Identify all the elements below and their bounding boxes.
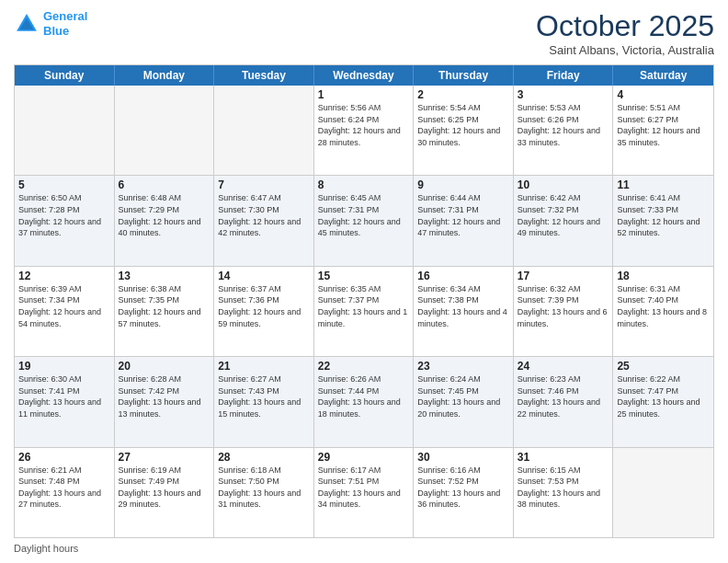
day-cell-15: 15Sunrise: 6:35 AM Sunset: 7:37 PM Dayli… bbox=[314, 267, 415, 356]
day-info: Sunrise: 6:34 AM Sunset: 7:38 PM Dayligh… bbox=[417, 283, 509, 329]
day-info: Sunrise: 6:15 AM Sunset: 7:53 PM Dayligh… bbox=[518, 465, 609, 511]
day-number: 26 bbox=[18, 451, 110, 464]
day-info: Sunrise: 6:26 AM Sunset: 7:44 PM Dayligh… bbox=[318, 373, 410, 419]
day-cell-24: 24Sunrise: 6:23 AM Sunset: 7:46 PM Dayli… bbox=[514, 357, 614, 446]
logo: General Blue bbox=[14, 9, 87, 38]
day-info: Sunrise: 6:17 AM Sunset: 7:51 PM Dayligh… bbox=[318, 465, 410, 511]
footer: Daylight hours bbox=[14, 543, 714, 554]
day-number: 13 bbox=[119, 270, 210, 282]
logo-general: General bbox=[43, 9, 87, 23]
day-header-sunday: Sunday bbox=[15, 65, 115, 86]
day-cell-12: 12Sunrise: 6:39 AM Sunset: 7:34 PM Dayli… bbox=[15, 267, 115, 356]
week-row-1: 1Sunrise: 5:56 AM Sunset: 6:24 PM Daylig… bbox=[15, 86, 713, 175]
week-row-3: 12Sunrise: 6:39 AM Sunset: 7:34 PM Dayli… bbox=[15, 266, 713, 356]
day-cell-11: 11Sunrise: 6:41 AM Sunset: 7:33 PM Dayli… bbox=[613, 176, 713, 265]
day-cell-2: 2Sunrise: 5:54 AM Sunset: 6:25 PM Daylig… bbox=[414, 86, 514, 175]
day-cell-22: 22Sunrise: 6:26 AM Sunset: 7:44 PM Dayli… bbox=[314, 357, 415, 446]
week-row-5: 26Sunrise: 6:21 AM Sunset: 7:48 PM Dayli… bbox=[15, 447, 713, 537]
day-cell-empty bbox=[15, 86, 115, 175]
day-info: Sunrise: 5:53 AM Sunset: 6:26 PM Dayligh… bbox=[518, 102, 609, 148]
weeks: 1Sunrise: 5:56 AM Sunset: 6:24 PM Daylig… bbox=[15, 86, 713, 537]
day-info: Sunrise: 6:39 AM Sunset: 7:34 PM Dayligh… bbox=[18, 283, 110, 329]
day-info: Sunrise: 6:23 AM Sunset: 7:46 PM Dayligh… bbox=[518, 373, 609, 419]
day-info: Sunrise: 6:42 AM Sunset: 7:32 PM Dayligh… bbox=[518, 192, 609, 238]
day-info: Sunrise: 5:54 AM Sunset: 6:25 PM Dayligh… bbox=[417, 102, 509, 148]
day-number: 17 bbox=[518, 270, 609, 282]
day-number: 11 bbox=[617, 178, 710, 191]
day-cell-empty bbox=[115, 86, 215, 175]
day-number: 24 bbox=[518, 360, 609, 373]
day-number: 18 bbox=[617, 270, 710, 282]
day-number: 9 bbox=[417, 178, 509, 191]
day-info: Sunrise: 6:24 AM Sunset: 7:45 PM Dayligh… bbox=[417, 373, 509, 419]
day-header-thursday: Thursday bbox=[414, 65, 514, 86]
week-row-2: 5Sunrise: 6:50 AM Sunset: 7:28 PM Daylig… bbox=[15, 175, 713, 265]
day-number: 5 bbox=[18, 178, 110, 191]
day-number: 29 bbox=[318, 451, 410, 464]
day-number: 6 bbox=[119, 178, 210, 191]
logo-text: General Blue bbox=[43, 9, 87, 38]
day-number: 28 bbox=[218, 451, 310, 464]
day-info: Sunrise: 6:18 AM Sunset: 7:50 PM Dayligh… bbox=[218, 465, 310, 511]
day-number: 8 bbox=[318, 178, 410, 191]
day-info: Sunrise: 5:51 AM Sunset: 6:27 PM Dayligh… bbox=[617, 102, 710, 148]
day-cell-28: 28Sunrise: 6:18 AM Sunset: 7:50 PM Dayli… bbox=[214, 448, 314, 537]
day-cell-23: 23Sunrise: 6:24 AM Sunset: 7:45 PM Dayli… bbox=[414, 357, 514, 446]
day-info: Sunrise: 6:16 AM Sunset: 7:52 PM Dayligh… bbox=[417, 465, 509, 511]
day-number: 4 bbox=[617, 88, 710, 101]
day-number: 1 bbox=[318, 88, 410, 101]
day-number: 14 bbox=[218, 270, 310, 282]
day-cell-30: 30Sunrise: 6:16 AM Sunset: 7:52 PM Dayli… bbox=[414, 448, 514, 537]
day-number: 2 bbox=[417, 88, 509, 101]
day-cell-9: 9Sunrise: 6:44 AM Sunset: 7:31 PM Daylig… bbox=[414, 176, 514, 265]
day-cell-14: 14Sunrise: 6:37 AM Sunset: 7:36 PM Dayli… bbox=[214, 267, 314, 356]
logo-blue: Blue bbox=[43, 24, 69, 38]
day-number: 31 bbox=[518, 451, 609, 464]
day-number: 15 bbox=[318, 270, 410, 282]
week-row-4: 19Sunrise: 6:30 AM Sunset: 7:41 PM Dayli… bbox=[15, 356, 713, 446]
day-cell-29: 29Sunrise: 6:17 AM Sunset: 7:51 PM Dayli… bbox=[314, 448, 415, 537]
day-cell-26: 26Sunrise: 6:21 AM Sunset: 7:48 PM Dayli… bbox=[15, 448, 115, 537]
day-info: Sunrise: 6:32 AM Sunset: 7:39 PM Dayligh… bbox=[518, 283, 609, 329]
month-title: October 2025 bbox=[536, 9, 714, 43]
day-info: Sunrise: 6:31 AM Sunset: 7:40 PM Dayligh… bbox=[617, 283, 710, 329]
day-number: 21 bbox=[218, 360, 310, 373]
location: Saint Albans, Victoria, Australia bbox=[536, 43, 714, 57]
day-cell-10: 10Sunrise: 6:42 AM Sunset: 7:32 PM Dayli… bbox=[514, 176, 614, 265]
day-cell-31: 31Sunrise: 6:15 AM Sunset: 7:53 PM Dayli… bbox=[514, 448, 614, 537]
day-cell-1: 1Sunrise: 5:56 AM Sunset: 6:24 PM Daylig… bbox=[314, 86, 415, 175]
day-cell-4: 4Sunrise: 5:51 AM Sunset: 6:27 PM Daylig… bbox=[613, 86, 713, 175]
day-info: Sunrise: 6:48 AM Sunset: 7:29 PM Dayligh… bbox=[119, 192, 210, 238]
day-cell-5: 5Sunrise: 6:50 AM Sunset: 7:28 PM Daylig… bbox=[15, 176, 115, 265]
header: General Blue October 2025 Saint Albans, … bbox=[14, 9, 714, 57]
page: General Blue October 2025 Saint Albans, … bbox=[0, 0, 728, 563]
day-info: Sunrise: 6:27 AM Sunset: 7:43 PM Dayligh… bbox=[218, 373, 310, 419]
day-number: 30 bbox=[417, 451, 509, 464]
day-info: Sunrise: 6:41 AM Sunset: 7:33 PM Dayligh… bbox=[617, 192, 710, 238]
day-number: 27 bbox=[119, 451, 210, 464]
day-info: Sunrise: 6:21 AM Sunset: 7:48 PM Dayligh… bbox=[18, 465, 110, 511]
day-number: 19 bbox=[18, 360, 110, 373]
day-cell-27: 27Sunrise: 6:19 AM Sunset: 7:49 PM Dayli… bbox=[115, 448, 215, 537]
day-cell-6: 6Sunrise: 6:48 AM Sunset: 7:29 PM Daylig… bbox=[115, 176, 215, 265]
day-number: 25 bbox=[617, 360, 710, 373]
day-cell-16: 16Sunrise: 6:34 AM Sunset: 7:38 PM Dayli… bbox=[414, 267, 514, 356]
day-number: 22 bbox=[318, 360, 410, 373]
day-info: Sunrise: 6:44 AM Sunset: 7:31 PM Dayligh… bbox=[417, 192, 509, 238]
day-number: 16 bbox=[417, 270, 509, 282]
day-header-tuesday: Tuesday bbox=[214, 65, 314, 86]
day-headers: SundayMondayTuesdayWednesdayThursdayFrid… bbox=[15, 65, 713, 86]
day-info: Sunrise: 6:22 AM Sunset: 7:47 PM Dayligh… bbox=[617, 373, 710, 419]
day-info: Sunrise: 6:19 AM Sunset: 7:49 PM Dayligh… bbox=[119, 465, 210, 511]
day-cell-20: 20Sunrise: 6:28 AM Sunset: 7:42 PM Dayli… bbox=[115, 357, 215, 446]
day-cell-13: 13Sunrise: 6:38 AM Sunset: 7:35 PM Dayli… bbox=[115, 267, 215, 356]
day-cell-21: 21Sunrise: 6:27 AM Sunset: 7:43 PM Dayli… bbox=[214, 357, 314, 446]
daylight-label: Daylight hours bbox=[14, 543, 78, 554]
day-cell-19: 19Sunrise: 6:30 AM Sunset: 7:41 PM Dayli… bbox=[15, 357, 115, 446]
day-info: Sunrise: 6:30 AM Sunset: 7:41 PM Dayligh… bbox=[18, 373, 110, 419]
day-header-friday: Friday bbox=[514, 65, 614, 86]
day-cell-empty bbox=[613, 448, 713, 537]
day-header-monday: Monday bbox=[115, 65, 215, 86]
day-info: Sunrise: 5:56 AM Sunset: 6:24 PM Dayligh… bbox=[318, 102, 410, 148]
day-number: 20 bbox=[119, 360, 210, 373]
